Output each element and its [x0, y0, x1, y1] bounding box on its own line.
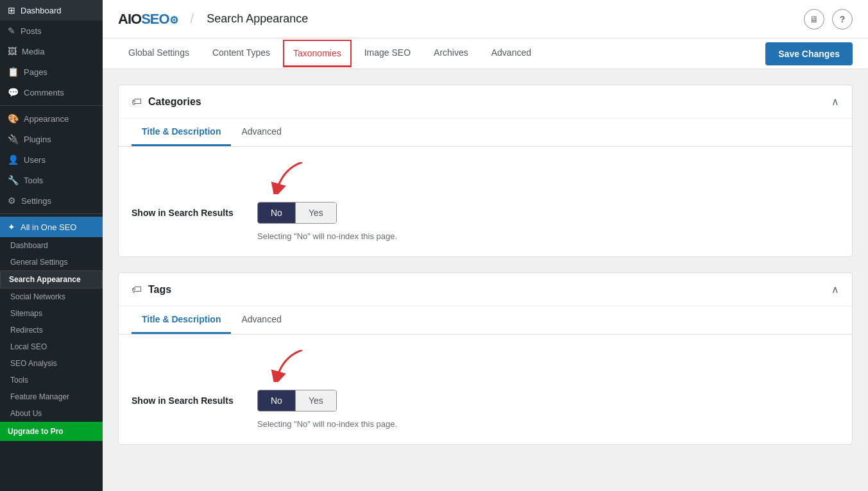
tags-red-arrow [270, 350, 309, 382]
categories-collapse-icon[interactable]: ∧ [831, 96, 839, 108]
categories-red-arrow [270, 162, 309, 194]
categories-tab-advanced[interactable]: Advanced [231, 119, 291, 146]
sub-item-search-appearance[interactable]: Search Appearance [0, 270, 103, 288]
sidebar-item-label: All in One SEO [21, 222, 76, 232]
users-icon: 👤 [8, 154, 19, 165]
tags-collapse-icon[interactable]: ∧ [831, 283, 839, 295]
tags-yes-button[interactable]: Yes [296, 390, 336, 411]
sidebar-item-label: Dashboard [21, 6, 62, 15]
sidebar-item-label: Settings [21, 196, 51, 206]
sidebar-item-aioseo[interactable]: ✦ All in One SEO [0, 217, 103, 237]
sub-item-local-seo[interactable]: Local SEO [0, 338, 103, 355]
logo: AIOSEO⚙ [118, 11, 178, 28]
sidebar-item-label: Media [22, 47, 44, 56]
sub-item-dashboard[interactable]: Dashboard [0, 237, 103, 254]
tags-show-in-search-hint: Selecting "No" will no-index this page. [257, 419, 839, 429]
sidebar-item-posts[interactable]: ✎ Posts [0, 21, 103, 41]
tags-inner-tabs: Title & Description Advanced [119, 306, 852, 335]
help-icon: ? [840, 14, 846, 24]
sub-item-feature-manager[interactable]: Feature Manager [0, 388, 103, 405]
tags-section: 🏷 Tags ∧ Title & Description Advanced [118, 272, 853, 445]
sub-item-tools[interactable]: Tools [0, 372, 103, 388]
categories-section-header: 🏷 Categories ∧ [119, 85, 852, 119]
sub-item-sitemaps[interactable]: Sitemaps [0, 305, 103, 322]
tags-show-in-search-row: Show in Search Results No Yes [132, 390, 839, 412]
tags-section-header: 🏷 Tags ∧ [119, 273, 852, 306]
header-divider: / [191, 12, 194, 26]
tags-no-button[interactable]: No [258, 390, 296, 411]
categories-tab-title-desc[interactable]: Title & Description [132, 119, 231, 146]
tab-image-seo[interactable]: Image SEO [354, 38, 421, 69]
save-changes-button[interactable]: Save Changes [765, 42, 853, 65]
sub-item-general-settings[interactable]: General Settings [0, 254, 103, 270]
tags-tag-icon: 🏷 [132, 284, 142, 295]
tags-tab-title-desc[interactable]: Title & Description [132, 306, 231, 334]
sub-item-social-networks[interactable]: Social Networks [0, 288, 103, 305]
logo-seo: SEO [141, 11, 169, 27]
comments-icon: 💬 [8, 87, 19, 97]
sidebar-item-label: Pages [24, 67, 47, 77]
sidebar-item-label: Comments [24, 88, 64, 97]
categories-field-row: Show in Search Results No Yes Selecting … [119, 147, 852, 256]
tab-archives[interactable]: Archives [423, 38, 479, 69]
sub-item-seo-analysis[interactable]: SEO Analysis [0, 355, 103, 372]
top-header: AIOSEO⚙ / Search Appearance 🖥 ? [103, 0, 868, 38]
sidebar-item-settings[interactable]: ⚙ Settings [0, 190, 103, 211]
tags-toggle-group: No Yes [257, 390, 337, 412]
categories-show-in-search-hint: Selecting "No" will no-index this page. [257, 231, 839, 241]
help-button[interactable]: ? [832, 9, 853, 29]
sidebar-item-label: Tools [24, 176, 43, 185]
tab-advanced[interactable]: Advanced [481, 38, 541, 69]
tags-tab-advanced[interactable]: Advanced [231, 306, 291, 334]
categories-section: 🏷 Categories ∧ Title & Description Advan… [118, 85, 853, 257]
sidebar-item-users[interactable]: 👤 Users [0, 149, 103, 170]
content-area: 🏷 Categories ∧ Title & Description Advan… [103, 69, 868, 491]
aioseo-submenu: Dashboard General Settings Search Appear… [0, 237, 103, 422]
settings-icon: ⚙ [8, 196, 16, 206]
tags-section-title: Tags [148, 284, 171, 295]
header-right: 🖥 ? [804, 9, 853, 29]
categories-title-row: 🏷 Categories [132, 96, 201, 108]
sidebar-item-media[interactable]: 🖼 Media [0, 41, 103, 62]
categories-yes-button[interactable]: Yes [296, 203, 336, 223]
sidebar-item-tools[interactable]: 🔧 Tools [0, 170, 103, 190]
sidebar-item-plugins[interactable]: 🔌 Plugins [0, 129, 103, 149]
logo-aio: AIO [118, 11, 141, 27]
tools-icon: 🔧 [8, 175, 19, 185]
plugins-icon: 🔌 [8, 134, 19, 144]
upgrade-to-pro-button[interactable]: Upgrade to Pro [0, 422, 103, 441]
sidebar-item-dashboard[interactable]: ⊞ Dashboard [0, 0, 103, 21]
monitor-button[interactable]: 🖥 [804, 9, 824, 29]
tab-global-settings[interactable]: Global Settings [118, 38, 200, 69]
main-area: AIOSEO⚙ / Search Appearance 🖥 ? Global S… [103, 0, 868, 491]
monitor-icon: 🖥 [810, 14, 819, 24]
sidebar-item-pages[interactable]: 📋 Pages [0, 62, 103, 82]
categories-tag-icon: 🏷 [132, 96, 142, 108]
posts-icon: ✎ [8, 26, 15, 36]
tabs-bar: Global Settings Content Types Taxonomies… [103, 38, 868, 69]
sidebar: ⊞ Dashboard ✎ Posts 🖼 Media 📋 Pages 💬 Co… [0, 0, 103, 491]
sub-item-about-us[interactable]: About Us [0, 405, 103, 422]
appearance-icon: 🎨 [8, 113, 19, 124]
sub-item-redirects[interactable]: Redirects [0, 322, 103, 338]
sidebar-item-label: Posts [21, 26, 42, 36]
pages-icon: 📋 [8, 67, 19, 77]
categories-toggle-group: No Yes [257, 202, 337, 224]
categories-no-button[interactable]: No [258, 203, 296, 223]
tab-content-types[interactable]: Content Types [202, 38, 280, 69]
tags-field-row: Show in Search Results No Yes Selecting … [119, 335, 852, 444]
logo-gear-icon: ⚙ [169, 15, 178, 26]
sidebar-item-appearance[interactable]: 🎨 Appearance [0, 108, 103, 129]
tab-taxonomies[interactable]: Taxonomies [283, 40, 352, 67]
header-title: Search Appearance [207, 12, 308, 26]
dashboard-icon: ⊞ [8, 5, 15, 15]
sidebar-item-label: Appearance [24, 114, 69, 124]
aioseo-icon: ✦ [8, 222, 15, 232]
tags-show-in-search-label: Show in Search Results [132, 395, 247, 406]
categories-inner-tabs: Title & Description Advanced [119, 119, 852, 147]
media-icon: 🖼 [8, 46, 17, 56]
categories-show-in-search-row: Show in Search Results No Yes [132, 202, 839, 224]
categories-show-in-search-label: Show in Search Results [132, 208, 247, 218]
sidebar-item-comments[interactable]: 💬 Comments [0, 82, 103, 103]
sidebar-item-label: Plugins [24, 135, 51, 144]
